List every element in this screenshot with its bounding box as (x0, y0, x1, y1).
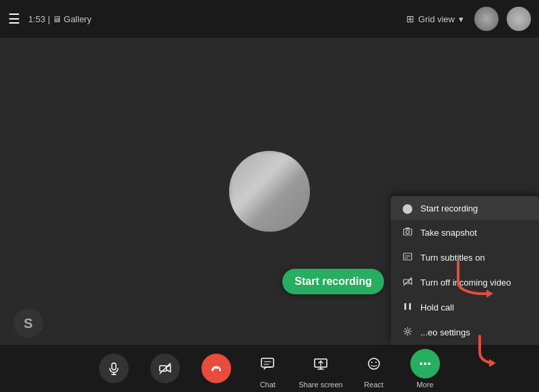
dropdown-item-label: Start recording (420, 203, 478, 214)
snapshot-icon (402, 227, 414, 238)
more-dots-icon (418, 356, 433, 371)
dropdown-item-start-recording[interactable]: ⬤ Start recording (391, 196, 539, 220)
grid-view-label: Grid view (418, 14, 455, 24)
settings-icon (402, 327, 414, 338)
more-button[interactable]: More (405, 349, 445, 389)
dropdown-item-label: Hold call (420, 302, 454, 313)
chevron-down-icon: ▾ (459, 14, 464, 24)
call-info: 1:53 | 🖥 Gallery (28, 14, 406, 24)
svg-rect-13 (112, 363, 116, 370)
svg-rect-2 (406, 228, 410, 229)
react-emoji-icon (367, 356, 381, 371)
user-avatar-1 (474, 7, 499, 31)
svg-point-27 (369, 358, 379, 369)
arrow-indicator-2 (459, 333, 500, 366)
svg-marker-12 (489, 359, 496, 366)
video-button[interactable] (145, 354, 185, 383)
svg-marker-11 (486, 290, 493, 298)
share-screen-label: Share screen (298, 381, 342, 389)
react-icon-circle (359, 349, 389, 379)
avatar-area (474, 7, 531, 31)
chat-button[interactable]: Chat (247, 349, 288, 389)
start-recording-badge: Start recording (282, 269, 384, 294)
svg-rect-18 (212, 370, 214, 371)
hold-icon (402, 302, 414, 313)
react-label: React (364, 381, 383, 389)
mic-button[interactable] (94, 354, 134, 383)
share-screen-icon (313, 356, 328, 371)
header: ☰ 1:53 | 🖥 Gallery ⊞ Grid view ▾ (0, 0, 539, 38)
svg-rect-0 (404, 229, 412, 235)
chat-icon (260, 356, 275, 371)
dropdown-item-snapshot[interactable]: Take snapshot (391, 220, 539, 245)
center-participant (229, 151, 310, 232)
chat-label: Chat (260, 381, 276, 389)
participant-avatar (229, 151, 310, 232)
svg-point-28 (371, 362, 373, 363)
end-call-icon-circle (201, 354, 231, 383)
svg-point-32 (428, 362, 431, 365)
more-icon-circle (410, 349, 440, 379)
svg-rect-3 (404, 253, 412, 260)
video-icon-circle (150, 354, 180, 383)
end-call-button[interactable] (196, 354, 236, 383)
svg-point-29 (375, 362, 377, 363)
grid-icon: ⊞ (406, 13, 414, 24)
skype-icon: S (13, 308, 43, 338)
video-off-icon (402, 277, 414, 288)
video-off-icon (158, 362, 172, 375)
start-recording-text: Start recording (294, 275, 372, 287)
svg-point-10 (406, 330, 409, 333)
svg-point-1 (406, 230, 410, 234)
svg-line-7 (404, 277, 412, 286)
subtitles-icon (402, 252, 414, 263)
end-call-icon (209, 361, 224, 376)
more-label: More (416, 381, 433, 389)
svg-rect-19 (219, 370, 221, 371)
dropdown-item-label: Take snapshot (420, 228, 477, 238)
grid-view-button[interactable]: ⊞ Grid view ▾ (406, 13, 464, 24)
svg-point-31 (424, 362, 426, 365)
mic-icon-circle (99, 354, 129, 383)
toolbar: Chat Share screen React (0, 345, 539, 392)
svg-rect-9 (409, 303, 411, 310)
user-avatar-2 (507, 7, 531, 31)
svg-point-30 (420, 362, 422, 365)
share-screen-button[interactable]: Share screen (298, 349, 342, 389)
arrow-indicator-1 (445, 259, 499, 299)
chat-icon-circle (253, 349, 282, 379)
svg-rect-8 (404, 303, 406, 310)
hamburger-button[interactable]: ☰ (8, 11, 20, 27)
svg-line-17 (160, 363, 170, 374)
svg-rect-20 (261, 358, 274, 367)
record-icon: ⬤ (402, 203, 414, 214)
share-screen-icon-circle (306, 349, 336, 379)
react-button[interactable]: React (354, 349, 394, 389)
mic-icon (107, 362, 121, 375)
skype-letter: S (24, 316, 32, 331)
